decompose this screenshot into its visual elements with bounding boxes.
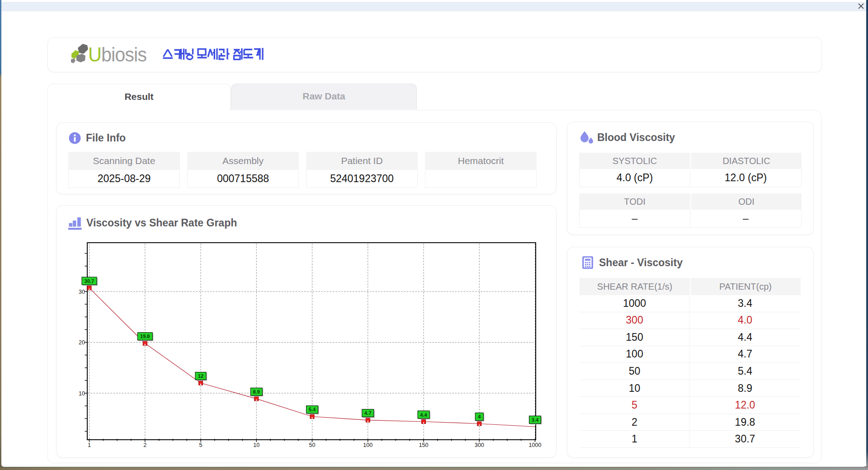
- svg-text:20: 20: [79, 339, 85, 346]
- svg-text:50: 50: [309, 442, 316, 448]
- svg-text:5.4: 5.4: [309, 407, 316, 412]
- svg-text:12: 12: [198, 373, 203, 379]
- svg-text:5: 5: [199, 442, 203, 448]
- svg-text:19.8: 19.8: [140, 334, 150, 339]
- svg-text:30: 30: [79, 289, 85, 295]
- svg-text:100: 100: [363, 442, 373, 448]
- svg-text:1: 1: [88, 442, 91, 448]
- svg-text:30.7: 30.7: [85, 278, 94, 284]
- svg-text:Ubiosis: Ubiosis: [88, 43, 146, 66]
- svg-text:4.7: 4.7: [364, 410, 371, 416]
- svg-text:8.9: 8.9: [253, 389, 260, 395]
- svg-text:4: 4: [478, 414, 481, 419]
- svg-text:10: 10: [79, 390, 85, 397]
- svg-text:10: 10: [253, 442, 259, 448]
- svg-text:2: 2: [143, 442, 146, 448]
- svg-text:1000: 1000: [529, 442, 542, 448]
- svg-text:3.4: 3.4: [532, 417, 539, 423]
- svg-text:300: 300: [475, 442, 484, 448]
- svg-text:150: 150: [419, 442, 429, 448]
- svg-text:4.4: 4.4: [420, 412, 427, 418]
